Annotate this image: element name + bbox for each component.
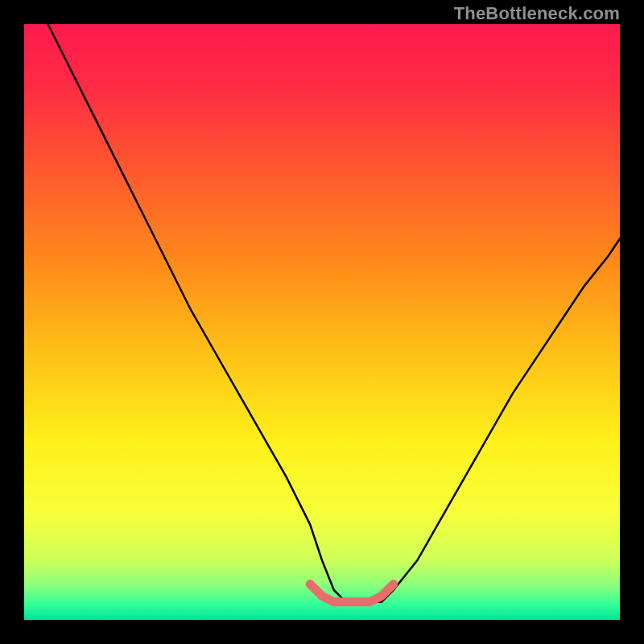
chart-frame: TheBottleneck.com — [0, 0, 644, 644]
plot-area — [24, 24, 620, 620]
bottleneck-curve — [48, 24, 620, 602]
watermark-text: TheBottleneck.com — [454, 3, 620, 24]
curve-layer — [24, 24, 620, 620]
bottom-highlight — [310, 584, 394, 602]
